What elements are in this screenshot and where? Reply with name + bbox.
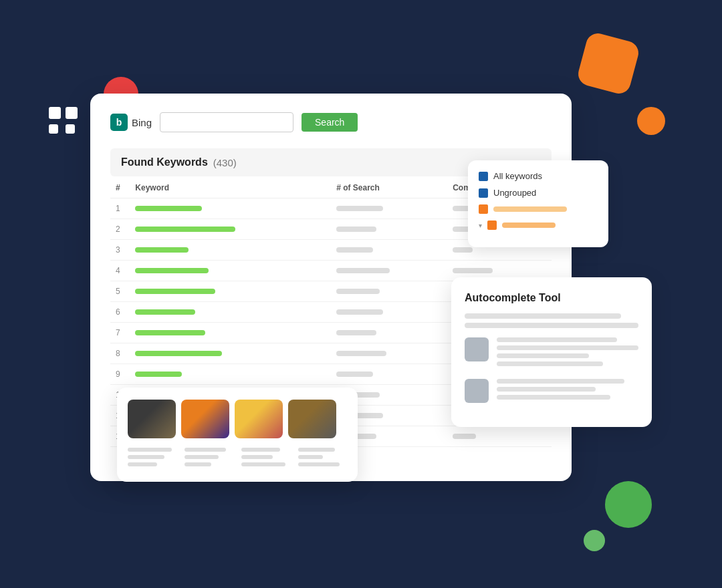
ac-thumb-1: [465, 337, 489, 361]
kw-item-group2[interactable]: ▾: [479, 220, 598, 230]
img-text-1-3: [128, 462, 157, 466]
search-bar-vis: [336, 227, 376, 232]
ac-desc-line-2: [465, 323, 638, 328]
app-logo: [49, 107, 78, 134]
keyword-bar: [135, 206, 202, 211]
keyword-bar: [135, 351, 222, 356]
search-bar-vis: [336, 268, 390, 273]
row-num: 8: [110, 343, 130, 364]
folder-icon-group2: [487, 220, 497, 230]
search-bar: b Bing Search: [110, 112, 552, 132]
kw-bar-group2: [502, 223, 556, 228]
folder-icon-group1: [479, 204, 488, 214]
col-header-search: # of Search: [331, 176, 447, 198]
row-keyword: [130, 219, 331, 240]
ac-desc-line-1: [465, 313, 621, 319]
sidebar: [37, 94, 90, 134]
row-keyword: [130, 261, 331, 281]
ac-item-1: [465, 337, 638, 370]
keyword-bar: [135, 309, 195, 315]
img-text-4-1: [298, 448, 335, 452]
ac-text-group-1: [497, 337, 638, 370]
decorative-orange-rect: [576, 31, 641, 96]
image-card: [117, 388, 358, 482]
row-num: 9: [110, 364, 130, 385]
row-keyword: [130, 281, 331, 302]
image-text-lines: [128, 448, 347, 470]
ac-thumb-2: [465, 379, 489, 403]
kw-bar-group1: [493, 206, 567, 212]
logo-cell-1: [49, 107, 61, 119]
row-num: 4: [110, 261, 130, 281]
row-keyword: [130, 323, 331, 343]
row-num: 2: [110, 219, 130, 240]
folder-icon-ungrouped: [479, 188, 488, 198]
bing-name: Bing: [132, 117, 152, 128]
img-text-1-1: [128, 448, 172, 452]
search-bar-vis: [336, 206, 383, 211]
row-search: [331, 281, 447, 302]
row-keyword: [130, 302, 331, 323]
img-text-2-3: [185, 462, 211, 466]
folder-icon-all: [479, 172, 488, 181]
bing-logo: b Bing: [110, 114, 152, 131]
chevron-icon: ▾: [479, 222, 482, 229]
img-col-4: [298, 448, 347, 470]
row-keyword: [130, 198, 331, 219]
row-search: [331, 343, 447, 364]
kw-item-group1[interactable]: [479, 204, 598, 214]
competition-bar: [453, 247, 473, 253]
row-search: [331, 219, 447, 240]
competition-bar: [453, 268, 493, 273]
search-button[interactable]: Search: [302, 113, 358, 132]
row-search: [331, 302, 447, 323]
autocomplete-card: Autocomplete Tool: [451, 277, 652, 427]
image-row: [128, 400, 347, 438]
kw-ungrouped-label: Ungrouped: [493, 188, 536, 198]
keyword-bar: [135, 227, 235, 232]
ac-line-2-3: [497, 395, 610, 400]
keyword-bar: [135, 289, 215, 294]
img-col-2: [185, 448, 233, 470]
autocomplete-title: Autocomplete Tool: [465, 292, 638, 304]
decorative-orange-circle: [637, 107, 665, 135]
img-text-3-1: [241, 448, 280, 452]
row-num: 1: [110, 198, 130, 219]
img-football: [128, 400, 176, 438]
kw-item-ungrouped[interactable]: Ungrouped: [479, 188, 598, 198]
row-search: [331, 323, 447, 343]
kw-item-all[interactable]: All keywords: [479, 171, 598, 181]
img-text-3-3: [241, 462, 285, 466]
row-num: 7: [110, 323, 130, 343]
ac-line-1-2: [497, 345, 638, 350]
search-input[interactable]: [160, 112, 293, 132]
ac-line-2-2: [497, 387, 596, 392]
row-search: [331, 364, 447, 385]
found-keywords-count: (430): [213, 157, 237, 168]
row-keyword: [130, 240, 331, 261]
search-bar-vis: [336, 247, 373, 253]
col-header-num: #: [110, 176, 130, 198]
keywords-panel: All keywords Ungrouped ▾: [468, 160, 608, 247]
img-motocross: [288, 400, 336, 438]
logo-cell-4: [66, 124, 75, 134]
search-bar-vis: [336, 372, 373, 377]
row-search: [331, 198, 447, 219]
img-text-4-2: [298, 455, 323, 459]
search-bar-vis: [336, 289, 380, 294]
row-keyword: [130, 343, 331, 364]
ac-text-group-2: [497, 379, 638, 403]
img-text-2-2: [185, 455, 219, 459]
search-bar-vis: [336, 309, 383, 315]
ac-line-1-4: [497, 361, 603, 366]
ac-line-2-1: [497, 379, 624, 384]
found-keywords-title: Found Keywords: [121, 156, 208, 168]
keyword-bar: [135, 372, 182, 377]
img-text-2-1: [185, 448, 226, 452]
bing-icon-letter: b: [116, 117, 122, 128]
img-cultural: [235, 400, 283, 438]
search-bar-vis: [336, 351, 386, 356]
img-text-1-2: [128, 455, 164, 459]
logo-cell-2: [66, 107, 78, 119]
logo-cell-3: [49, 124, 58, 134]
